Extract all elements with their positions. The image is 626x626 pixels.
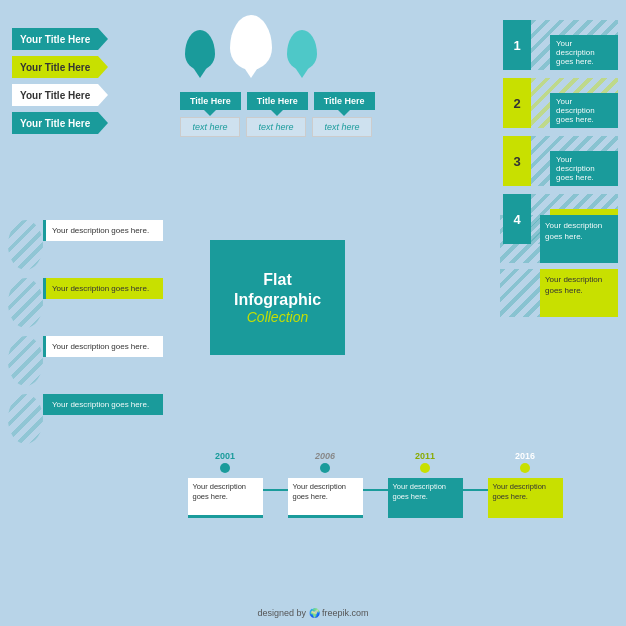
ribbon-2-text: Your Title Here: [20, 62, 90, 73]
num-badge-2: 2: [503, 78, 531, 128]
desc-stripe-3: [8, 336, 43, 386]
pin-1: [185, 30, 215, 70]
timeline-dot-2001: [220, 463, 230, 473]
map-pin-white-icon: [230, 15, 272, 70]
ribbon-2: Your Title Here: [12, 56, 98, 78]
desc-item-left-3: Your description goes here.: [8, 336, 163, 386]
text-label-2: text here: [246, 117, 306, 137]
desc-stripe-4: [8, 394, 43, 444]
ribbon-4-text: Your Title Here: [20, 118, 90, 129]
footer: designed by 🌍 freepik.com: [0, 608, 626, 618]
desc-stripe-1: [8, 220, 43, 270]
ribbon-3: Your Title Here: [12, 84, 98, 106]
desc-bubble-1: Your description goes here.: [550, 35, 618, 70]
num-badge-4: 4: [503, 194, 531, 244]
numbered-item-3: 3 Your description goes here.: [503, 136, 618, 186]
desc-box-left-4: Your description goes here.: [43, 394, 163, 415]
desc-item-right-2: Your description goes here.: [500, 269, 618, 317]
desc-bubble-3: Your description goes here.: [550, 151, 618, 186]
desc-box-left-2: Your description goes here.: [43, 278, 163, 299]
ribbon-3-text: Your Title Here: [20, 90, 90, 101]
timeline-dot-2011: [420, 463, 430, 473]
pin-2: [230, 15, 272, 70]
timeline-year-2016: 2016: [515, 451, 535, 461]
right-desc-box-1: Your description goes here.: [540, 215, 618, 263]
pin-3: [287, 30, 317, 70]
map-pin-teal-icon: [185, 30, 215, 70]
timeline-card-2011: Your description goes here.: [388, 478, 463, 518]
timeline-year-2006: 2006: [315, 451, 335, 461]
desc-item-left-4: Your description goes here.: [8, 394, 163, 444]
tab-label-1: Title Here: [180, 92, 241, 110]
pins-section: [185, 15, 317, 70]
text-label-3: text here: [312, 117, 372, 137]
timeline-dot-2016: [520, 463, 530, 473]
timeline-card-2016: Your description goes here.: [488, 478, 563, 518]
right-stripe-2: [500, 269, 540, 317]
desc-item-left-2: Your description goes here.: [8, 278, 163, 328]
timeline-card-2006: Your description goes here.: [288, 478, 363, 518]
text-labels-section: text here text here text here: [180, 117, 372, 137]
num-badge-3: 3: [503, 136, 531, 186]
desc-box-left-3: Your description goes here.: [43, 336, 163, 357]
stripe-1: Your description goes here.: [531, 20, 618, 70]
tab-label-2: Title Here: [247, 92, 308, 110]
main-subtitle: Collection: [247, 309, 308, 325]
num-badge-1: 1: [503, 20, 531, 70]
desc-bubble-2: Your description goes here.: [550, 93, 618, 128]
timeline-dot-2006: [320, 463, 330, 473]
numbered-item-2: 2 Your description goes here.: [503, 78, 618, 128]
ribbon-1-text: Your Title Here: [20, 34, 90, 45]
timeline-item-2006: 2006 Your description goes here.: [285, 451, 365, 518]
timeline-card-2001: Your description goes here.: [188, 478, 263, 518]
numbered-item-1: 1 Your description goes here.: [503, 20, 618, 70]
timeline-year-2001: 2001: [215, 451, 235, 461]
tab-label-3: Title Here: [314, 92, 375, 110]
numbered-items-section: 1 Your description goes here. 2 Your des…: [503, 20, 618, 244]
timeline-item-2016: 2016 Your description goes here.: [485, 451, 565, 518]
map-pin-light-icon: [287, 30, 317, 70]
desc-box-left-1: Your description goes here.: [43, 220, 163, 241]
tab-labels-section: Title Here Title Here Title Here: [180, 92, 375, 110]
right-desc-box-2: Your description goes here.: [540, 269, 618, 317]
footer-text: designed by 🌍 freepik.com: [257, 608, 368, 618]
timeline-item-2001: 2001 Your description goes here.: [185, 451, 265, 518]
desc-item-left-1: Your description goes here.: [8, 220, 163, 270]
stripe-3: Your description goes here.: [531, 136, 618, 186]
main-title-box: FlatInfographic Collection: [210, 240, 345, 355]
timeline-section: 2001 Your description goes here. 2006 Yo…: [185, 451, 565, 571]
timeline-items: 2001 Your description goes here. 2006 Yo…: [185, 451, 565, 518]
desc-items-left-section: Your description goes here. Your descrip…: [8, 220, 163, 444]
ribbons-section: Your Title Here Your Title Here Your Tit…: [12, 28, 98, 134]
stripe-2: Your description goes here.: [531, 78, 618, 128]
text-label-1: text here: [180, 117, 240, 137]
ribbon-4: Your Title Here: [12, 112, 98, 134]
ribbon-1: Your Title Here: [12, 28, 98, 50]
desc-stripe-2: [8, 278, 43, 328]
timeline-item-2011: 2011 Your description goes here.: [385, 451, 465, 518]
main-title: FlatInfographic: [234, 270, 321, 308]
timeline-year-2011: 2011: [415, 451, 435, 461]
